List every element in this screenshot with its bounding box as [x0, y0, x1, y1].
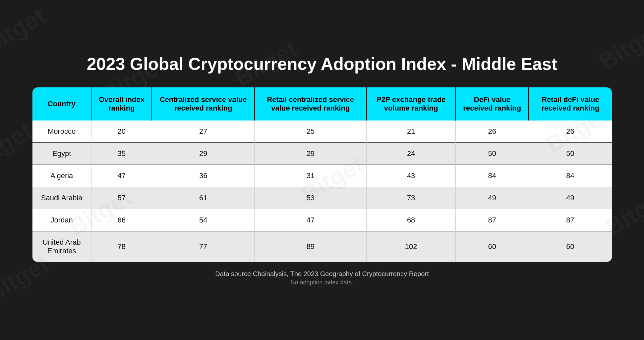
cell-p2p: 68	[367, 209, 456, 231]
cell-p2p: 73	[367, 187, 456, 209]
cell-centralized: 54	[152, 209, 255, 231]
cell-retail_defi: 87	[529, 209, 612, 231]
col-retail-defi: Retail deFi value received ranking	[529, 87, 612, 121]
table-header-row: Country Overall index ranking Centralize…	[32, 87, 612, 121]
cell-country: Jordan	[32, 209, 91, 231]
cell-centralized: 36	[152, 165, 255, 187]
cell-defi: 50	[455, 143, 529, 165]
cell-centralized: 77	[152, 231, 255, 262]
cell-retail_defi: 26	[529, 121, 612, 143]
adoption-index-table: Country Overall index ranking Centralize…	[32, 87, 612, 262]
cell-country: Egypt	[32, 143, 91, 165]
table-row: Jordan665447688787	[32, 209, 612, 231]
cell-country: Algeria	[32, 165, 91, 187]
table-row: United Arab Emirates7877891026060	[32, 231, 612, 262]
cell-p2p: 24	[367, 143, 456, 165]
cell-defi: 60	[455, 231, 529, 262]
cell-p2p: 21	[367, 121, 456, 143]
cell-defi: 84	[455, 165, 529, 187]
table-row: Algeria473631438484	[32, 165, 612, 187]
page-title: 2023 Global Cryptocurrency Adoption Inde…	[87, 54, 557, 74]
cell-retail_centralized: 89	[255, 231, 367, 262]
col-country: Country	[32, 87, 91, 121]
col-overall: Overall index ranking	[91, 87, 152, 121]
cell-retail_centralized: 31	[255, 165, 367, 187]
cell-centralized: 27	[152, 121, 255, 143]
cell-retail_centralized: 25	[255, 121, 367, 143]
cell-overall: 57	[91, 187, 152, 209]
cell-p2p: 102	[367, 231, 456, 262]
cell-country: Morocco	[32, 121, 91, 143]
cell-centralized: 61	[152, 187, 255, 209]
table-row: Saudi Arabia576153734949	[32, 187, 612, 209]
cell-centralized: 29	[152, 143, 255, 165]
cell-retail_defi: 50	[529, 143, 612, 165]
cell-defi: 26	[455, 121, 529, 143]
data-table-container: Country Overall index ranking Centralize…	[32, 87, 612, 262]
cell-defi: 87	[455, 209, 529, 231]
cell-retail_defi: 84	[529, 165, 612, 187]
cell-overall: 78	[91, 231, 152, 262]
col-defi: DeFi value received ranking	[455, 87, 529, 121]
cell-retail_centralized: 47	[255, 209, 367, 231]
table-row: Morocco202725212626	[32, 121, 612, 143]
page-wrapper: Bitget Bitget Bitget Bitget Bitget Bitge…	[0, 0, 644, 340]
cell-overall: 35	[91, 143, 152, 165]
cell-overall: 47	[91, 165, 152, 187]
cell-overall: 66	[91, 209, 152, 231]
cell-p2p: 43	[367, 165, 456, 187]
cell-retail_centralized: 29	[255, 143, 367, 165]
cell-retail_defi: 49	[529, 187, 612, 209]
cell-retail_centralized: 53	[255, 187, 367, 209]
cell-overall: 20	[91, 121, 152, 143]
footer-note: No adoption index data.	[215, 279, 429, 286]
cell-country: Saudi Arabia	[32, 187, 91, 209]
footer-source: Data source:Chainalysis, The 2023 Geogra…	[215, 270, 429, 278]
cell-defi: 49	[455, 187, 529, 209]
cell-country: United Arab Emirates	[32, 231, 91, 262]
col-retail-centralized: Retail centralized service value receive…	[255, 87, 367, 121]
col-centralized: Centralized service value received ranki…	[152, 87, 255, 121]
col-p2p: P2P exchange trade volume ranking	[367, 87, 456, 121]
footer: Data source:Chainalysis, The 2023 Geogra…	[215, 270, 429, 286]
table-row: Egypt352929245050	[32, 143, 612, 165]
cell-retail_defi: 60	[529, 231, 612, 262]
